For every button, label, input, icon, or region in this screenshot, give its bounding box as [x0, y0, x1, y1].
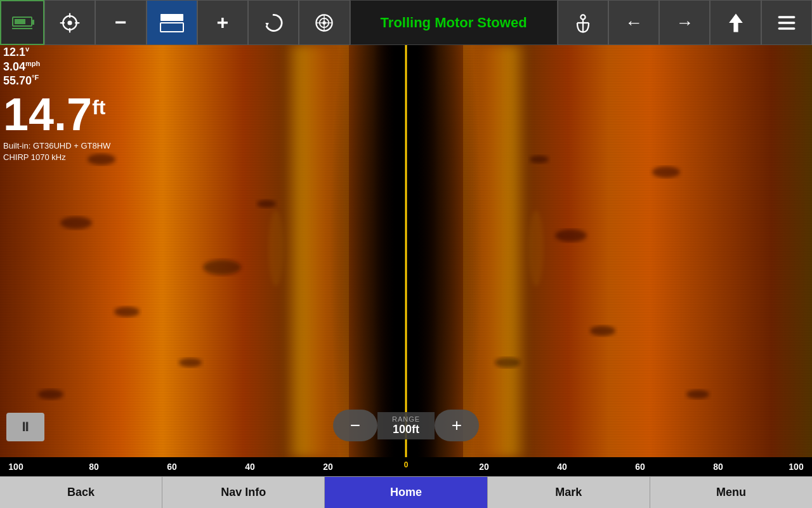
upload-button[interactable] [710, 0, 761, 45]
hamburger-icon [775, 11, 798, 34]
ruler-mark-100r: 100 [787, 462, 806, 472]
depth-ruler: 100 80 60 40 20 0 20 40 60 80 100 [0, 457, 812, 476]
chirp-info: CHIRP 1070 kHz [3, 152, 110, 163]
voltage-value: 12.1 [3, 46, 25, 58]
temperature-value: 55.70 [3, 74, 32, 87]
svg-point-34 [495, 358, 520, 368]
ruler-mark-80l: 80 [84, 462, 103, 472]
speed-value: 3.04 [3, 60, 25, 73]
temperature-unit: °F [32, 74, 39, 81]
svg-point-22 [60, 217, 92, 229]
svg-point-30 [590, 326, 615, 336]
svg-point-36 [528, 210, 544, 286]
minus-range-icon: − [350, 415, 360, 436]
ruler-mark-40l: 40 [240, 462, 259, 472]
data-overlay: 12.1v 3.04mph 55.70°F 14.7ft Built-in: G… [3, 45, 110, 163]
range-controls: − RANGE 100ft + [333, 410, 479, 441]
center-scan-line [405, 45, 407, 457]
zoom-out-button[interactable]: − [95, 0, 146, 45]
mark-label: Mark [555, 486, 582, 499]
pause-icon: ⏸ [19, 420, 32, 434]
range-title-text: RANGE [387, 415, 425, 423]
back-button[interactable]: Back [0, 477, 162, 508]
svg-point-23 [114, 307, 140, 317]
ruler-mark-0: 0 [396, 460, 416, 469]
svg-marker-18 [729, 13, 743, 32]
svg-rect-19 [778, 16, 795, 18]
ruler-mark-20r: 20 [475, 462, 494, 472]
depth-unit: ft [92, 96, 105, 119]
svg-point-29 [555, 229, 587, 242]
sensor-info: Built-in: GT36UHD + GT8HW CHIRP 1070 kHz [3, 140, 110, 163]
anchor-icon [572, 11, 594, 34]
menu-button[interactable]: Menu [650, 477, 812, 508]
notification-text: Trolling Motor Stowed [381, 15, 527, 31]
svg-point-25 [179, 358, 202, 367]
nav-info-button[interactable]: Nav Info [162, 477, 325, 508]
range-value-text: 100ft [387, 423, 425, 436]
ruler-mark-60l: 60 [162, 462, 181, 472]
menu-label: Menu [716, 486, 746, 499]
depth-value: 14.7 [3, 89, 92, 140]
svg-point-35 [268, 210, 284, 286]
nav-info-label: Nav Info [221, 486, 266, 499]
arrow-right-icon: → [676, 13, 693, 33]
svg-point-27 [38, 389, 63, 399]
arrow-left-icon: ← [625, 13, 643, 33]
svg-rect-6 [160, 14, 183, 21]
ruler-mark-40r: 40 [553, 462, 572, 472]
svg-rect-20 [778, 22, 795, 24]
sonar-view-button[interactable] [299, 0, 350, 45]
bottom-nav: Back Nav Info Home Mark Menu [0, 476, 812, 508]
home-label: Home [390, 486, 422, 499]
plus-range-icon: + [452, 415, 462, 436]
svg-point-24 [203, 260, 241, 275]
sensor-model: Built-in: GT36UHD + GT8HW [3, 140, 110, 152]
autopilot-icon [58, 11, 81, 34]
zoom-in-button[interactable]: + [197, 0, 248, 45]
battery-button[interactable] [0, 0, 44, 45]
voltage-unit: v [25, 45, 29, 53]
nav-next-button[interactable]: → [659, 0, 710, 45]
svg-point-1 [68, 20, 72, 25]
temperature-display: 55.70°F [3, 74, 110, 88]
refresh-button[interactable] [248, 0, 299, 45]
back-label: Back [67, 486, 95, 499]
range-increase-button[interactable]: + [435, 410, 479, 441]
voltage-display: 12.1v [3, 45, 110, 60]
panel-icon [159, 13, 185, 33]
svg-rect-21 [778, 27, 795, 30]
autopilot-button[interactable] [44, 0, 95, 45]
panel-select-button[interactable] [147, 0, 197, 45]
sonar-icon [313, 11, 336, 34]
home-button[interactable]: Home [325, 477, 487, 508]
range-decrease-button[interactable]: − [333, 410, 377, 441]
pause-button[interactable]: ⏸ [6, 413, 44, 441]
speed-unit: mph [25, 60, 40, 67]
trolling-motor-notification: Trolling Motor Stowed [350, 0, 558, 45]
ruler-mark-100l: 100 [6, 462, 25, 472]
ruler-mark-80r: 80 [709, 462, 728, 472]
range-label: RANGE 100ft [377, 412, 435, 439]
svg-point-28 [257, 200, 276, 208]
minus-icon: − [115, 11, 127, 34]
speed-display: 3.04mph [3, 60, 110, 74]
anchor-button[interactable] [558, 0, 608, 45]
svg-point-32 [686, 390, 709, 399]
ruler-mark-20l: 20 [318, 462, 337, 472]
toolbar: − + Trolling Motor Stowed [0, 0, 812, 45]
plus-icon: + [217, 11, 229, 34]
toolbar-menu-button[interactable] [761, 0, 812, 45]
nav-prev-button[interactable]: ← [608, 0, 659, 45]
svg-point-31 [652, 166, 680, 178]
depth-display: 14.7ft [3, 91, 110, 137]
mark-button[interactable]: Mark [488, 477, 650, 508]
refresh-icon [262, 11, 285, 34]
svg-rect-7 [160, 23, 183, 32]
upload-icon [724, 11, 747, 34]
ruler-mark-60r: 60 [631, 462, 650, 472]
svg-point-33 [530, 156, 549, 163]
